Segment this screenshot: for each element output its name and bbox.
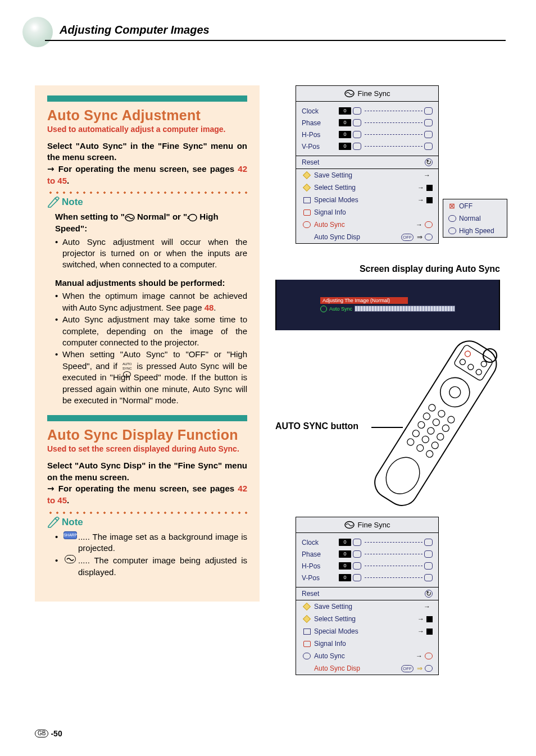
note-subheading: When setting to " Normal" or " High Spee… (55, 211, 247, 234)
menu-row-phase[interactable]: Phase0 (302, 117, 433, 129)
high-speed-mode-icon (448, 227, 456, 234)
section-divider (47, 95, 247, 102)
note2-row-2: • ..... The computer image being adjuste… (55, 555, 247, 578)
dotted-divider (47, 191, 247, 194)
arrow-icon: → (47, 484, 58, 494)
wave-icon (344, 521, 355, 529)
section1-intro: Used to automatically adjust a computer … (47, 125, 247, 135)
menu-row-autosyncdisp[interactable]: Auto Sync DispOFF⇒ (296, 662, 438, 675)
page-num-value: -50 (51, 729, 62, 738)
menu-row-select[interactable]: Select Setting→ (296, 181, 438, 194)
page-header: Adjusting Computer Images (22, 17, 506, 47)
menu-title: Fine Sync (296, 86, 438, 102)
page-number: GB -50 (35, 729, 62, 738)
square-icon (426, 185, 433, 191)
menu-row-reset[interactable]: Reset↻ (296, 156, 438, 168)
menu-row-clock[interactable]: Clock0 (302, 536, 433, 548)
normal-mode-icon (125, 213, 135, 222)
sharp-logo-icon: SHARP (63, 531, 77, 539)
screen-display-preview: Adjusting The Image (Normal) Auto Sync (275, 280, 500, 330)
menu-title: Fine Sync (296, 517, 438, 533)
reset-icon: ↻ (425, 158, 433, 166)
off-icon: ⊠ (449, 202, 455, 210)
menu-row-signal[interactable]: Signal Info (296, 637, 438, 650)
menu-row-special[interactable]: Special Modes→ (296, 194, 438, 206)
wave-icon (425, 234, 433, 240)
menu-row-reset[interactable]: Reset↻ (296, 588, 438, 600)
section1-title: Auto Sync Adjustment (47, 107, 247, 123)
off-icon (425, 653, 433, 659)
menu-row-hpos[interactable]: H-Pos0 (302, 129, 433, 140)
section2-instruction: Select "Auto Sync Disp" in the "Fine Syn… (47, 460, 247, 507)
autosync-options-panel: ⊠OFF Normal High Speed (443, 199, 507, 238)
left-column: Auto Sync Adjustment Used to automatical… (35, 85, 260, 602)
menu-row-autosync[interactable]: Auto Sync→ (296, 650, 438, 662)
menu-row-autosync[interactable]: Auto Sync→ (296, 218, 438, 231)
option-normal[interactable]: Normal (443, 212, 507, 225)
menu-row-signal[interactable]: Signal Info (296, 206, 438, 218)
arrow-right-icon: ⇒ (417, 664, 423, 672)
sd-title: Adjusting The Image (Normal) (320, 297, 408, 304)
section1-instruction: Select "Auto Sync" in the "Fine Sync" me… (47, 140, 247, 187)
progress-bar (355, 306, 455, 312)
note2-desc: • SHARP ..... The image set as a backgro… (55, 531, 247, 579)
slider-track (365, 111, 423, 112)
menu-row-save[interactable]: Save Setting→ (296, 600, 438, 613)
manual-heading: Manual adjustments should be performed: (55, 277, 247, 289)
page-title: Adjusting Computer Images (45, 24, 506, 41)
instr-text: Select "Auto Sync" in the "Fine Sync" me… (47, 141, 247, 162)
note-bullets-1: Auto Sync adjustment will occur when the… (55, 236, 247, 271)
note2-row-1: • SHARP ..... The image set as a backgro… (55, 531, 247, 554)
manual-bullet-1: When the optimum image cannot be achieve… (55, 290, 247, 313)
wave-icon (303, 653, 311, 659)
section2-title: Auto Sync Display Function (47, 427, 247, 443)
arrow-icon: → (47, 164, 58, 174)
svg-point-1 (189, 214, 197, 221)
menu-row-vpos[interactable]: V-Pos0 (302, 572, 433, 584)
off-pill: OFF (401, 234, 414, 241)
dotted-divider (47, 511, 247, 514)
fine-sync-menu-2: Fine Sync Clock0 Phase0 H-Pos0 V-Pos0 Re… (296, 517, 439, 675)
manual-bullet-3: When setting "Auto Sync" to "OFF" or "Hi… (55, 349, 247, 406)
slider-right-icon (424, 107, 433, 115)
menu-slider-rows: Clock0 Phase0 H-Pos0 V-Pos0 (296, 102, 438, 156)
normal-mode-icon (448, 215, 456, 222)
wave-icon (320, 306, 327, 312)
wave-icon (65, 555, 76, 563)
arrow-right-icon: → (424, 171, 430, 179)
option-off[interactable]: ⊠OFF (443, 199, 507, 212)
high-speed-mode-icon (187, 213, 197, 222)
menu-row-autosyncdisp[interactable]: Auto Sync DispOFF⇒ (296, 231, 438, 243)
region-badge: GB (35, 730, 48, 737)
pencil-icon (47, 517, 61, 528)
signal-icon (303, 210, 311, 216)
menu-row-select[interactable]: Select Setting→ (296, 613, 438, 625)
menu-row-clock[interactable]: Clock0 (302, 105, 433, 117)
slider-left-icon (353, 107, 361, 115)
note-bullet: Auto Sync adjustment will occur when the… (55, 236, 247, 271)
reset-icon: ↻ (425, 590, 433, 598)
menu-row-hpos[interactable]: H-Pos0 (302, 560, 433, 572)
diamond-icon (303, 171, 311, 179)
picture-icon (303, 197, 311, 203)
wave-icon (344, 89, 355, 98)
note-label: Note (47, 197, 247, 208)
page-ref-link[interactable]: 48 (205, 303, 214, 312)
menu-row-phase[interactable]: Phase0 (302, 548, 433, 560)
manual-bullet-2: Auto Sync adjustment may take some time … (55, 314, 247, 348)
menu-row-vpos[interactable]: V-Pos0 (302, 140, 433, 152)
instr2a: For operating the menu screen, see pages (58, 164, 238, 174)
off-pill: OFF (401, 665, 414, 672)
option-highspeed[interactable]: High Speed (443, 225, 507, 237)
pencil-icon (47, 197, 61, 208)
manual-bullets: When the optimum image cannot be achieve… (55, 290, 247, 406)
menu-row-special[interactable]: Special Modes→ (296, 625, 438, 637)
fine-sync-menu-1: Fine Sync Clock0 Phase0 H-Pos0 V-Pos0 Re… (296, 85, 439, 244)
auto-sync-button-icon: AUTO SYNC (121, 362, 133, 371)
arrow-right-icon: ⇒ (417, 233, 423, 241)
remote-control-image (362, 327, 503, 529)
menu-row-save[interactable]: Save Setting→ (296, 169, 438, 181)
note-label: Note (47, 517, 247, 528)
sd-progress: Auto Sync (320, 304, 455, 313)
off-icon (425, 221, 433, 228)
